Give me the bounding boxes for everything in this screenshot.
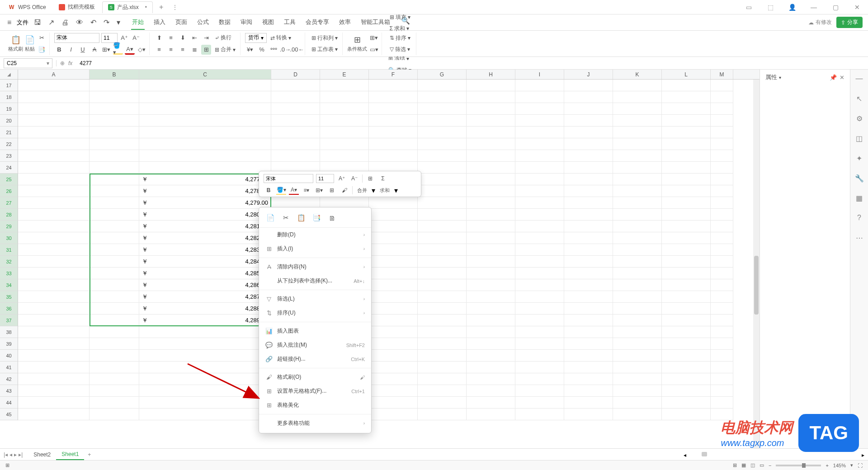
cell[interactable] [139, 91, 271, 103]
cell[interactable] [711, 138, 733, 150]
row-header[interactable]: 32 [0, 256, 18, 268]
cell[interactable] [662, 80, 711, 91]
row-header[interactable]: 17 [0, 80, 18, 91]
mini-merge-icon[interactable]: ⊞ [365, 174, 375, 183]
select-icon[interactable]: ↖ [854, 93, 865, 104]
cell[interactable] [369, 373, 418, 385]
cell[interactable] [564, 115, 613, 127]
cell[interactable] [139, 138, 271, 150]
cell[interactable] [711, 127, 733, 138]
cell[interactable] [139, 373, 271, 385]
cell[interactable] [418, 138, 467, 150]
tab-template[interactable]: 找稻壳模板 [53, 1, 100, 13]
cell[interactable] [662, 197, 711, 209]
menu-tab-efficiency[interactable]: 效率 [338, 15, 352, 30]
align-right-icon[interactable]: ≡ [178, 45, 188, 55]
cell[interactable] [662, 244, 711, 256]
row-header[interactable]: 43 [0, 385, 18, 397]
convert-button[interactable]: ⇄ 转换▾ [269, 33, 293, 42]
cell[interactable] [18, 350, 90, 362]
cell[interactable] [90, 303, 139, 315]
cell[interactable] [662, 409, 711, 420]
select-all-corner[interactable]: ◢ [0, 70, 18, 79]
cell[interactable] [515, 409, 564, 420]
cell[interactable] [515, 315, 564, 326]
format-painter-button[interactable]: 📋 格式刷 [8, 35, 23, 52]
cell[interactable] [662, 209, 711, 221]
cell[interactable] [662, 91, 711, 103]
view-page-icon[interactable]: ▦ [741, 462, 746, 468]
cell[interactable] [564, 150, 613, 162]
cell[interactable] [711, 103, 733, 115]
menu-tab-insert[interactable]: 插入 [153, 15, 166, 30]
cell[interactable] [418, 291, 467, 303]
cell[interactable] [467, 80, 515, 91]
cell[interactable] [711, 162, 733, 174]
cell[interactable] [613, 409, 662, 420]
col-header-J[interactable]: J [564, 70, 613, 79]
cell[interactable] [418, 350, 467, 362]
cell[interactable] [418, 315, 467, 326]
settings-icon[interactable]: ⚙ [854, 113, 865, 124]
cell[interactable] [271, 127, 320, 138]
cell[interactable] [564, 256, 613, 268]
percent-icon[interactable]: % [257, 45, 267, 55]
cell[interactable] [564, 91, 613, 103]
font-name-select[interactable] [54, 33, 99, 43]
cell[interactable]: ￥4,284.00 [139, 256, 271, 268]
cell[interactable]: ￥4,285.00 [139, 268, 271, 279]
sheet-tab-sheet1[interactable]: Sheet1 [56, 449, 84, 460]
mini-size-select[interactable] [316, 174, 334, 183]
cell[interactable] [139, 80, 271, 91]
cell[interactable] [662, 127, 711, 138]
cell[interactable] [711, 256, 733, 268]
cell[interactable] [564, 138, 613, 150]
cell[interactable] [515, 197, 564, 209]
cell[interactable]: ￥4,287.00 [139, 291, 271, 303]
cell[interactable] [564, 397, 613, 409]
cell[interactable] [613, 221, 662, 232]
print-icon[interactable]: 🖨 [60, 18, 71, 28]
cell[interactable]: ￥4,282.00 [139, 232, 271, 244]
cell[interactable] [369, 138, 418, 150]
clear-format-button[interactable]: ◇▾ [137, 45, 146, 55]
cell[interactable] [467, 232, 515, 244]
cell[interactable] [418, 162, 467, 174]
panel-icon[interactable]: ▭ [741, 4, 756, 11]
cell[interactable] [467, 197, 515, 209]
row-header[interactable]: 39 [0, 338, 18, 350]
cell[interactable] [90, 373, 139, 385]
cell[interactable] [564, 279, 613, 291]
cell[interactable] [662, 315, 711, 326]
row-header[interactable]: 44 [0, 397, 18, 409]
cell[interactable] [90, 91, 139, 103]
cell[interactable] [418, 303, 467, 315]
worksheet-button[interactable]: ⊞ 工作表▾ [310, 45, 340, 54]
cell[interactable] [90, 209, 139, 221]
row-header[interactable]: 27 [0, 197, 18, 209]
align-bottom-icon[interactable]: ⬇ [178, 33, 188, 43]
cell[interactable] [662, 115, 711, 127]
col-header-D[interactable]: D [271, 70, 320, 79]
tools-icon[interactable]: 🔧 [854, 173, 865, 183]
fill-color-button[interactable]: 🪣▾ [113, 45, 123, 55]
cell[interactable] [564, 162, 613, 174]
cell[interactable] [90, 291, 139, 303]
close-button[interactable]: ✕ [850, 4, 864, 11]
preview-icon[interactable]: 👁 [74, 18, 85, 28]
sort-button[interactable]: ⇅ 排序▾ [388, 33, 412, 43]
cell[interactable] [467, 185, 515, 197]
cell[interactable] [271, 80, 320, 91]
decimal-decrease-icon[interactable]: .00← [292, 45, 302, 55]
cell[interactable] [711, 232, 733, 244]
add-tab-button[interactable]: + [155, 1, 168, 13]
cell[interactable] [711, 185, 733, 197]
cell[interactable] [320, 138, 369, 150]
cell[interactable] [613, 232, 662, 244]
cell[interactable] [18, 326, 90, 338]
cell[interactable] [711, 291, 733, 303]
row-header[interactable]: 30 [0, 232, 18, 244]
cell[interactable] [564, 268, 613, 279]
cell[interactable] [613, 174, 662, 185]
col-header-C[interactable]: C [139, 70, 271, 79]
